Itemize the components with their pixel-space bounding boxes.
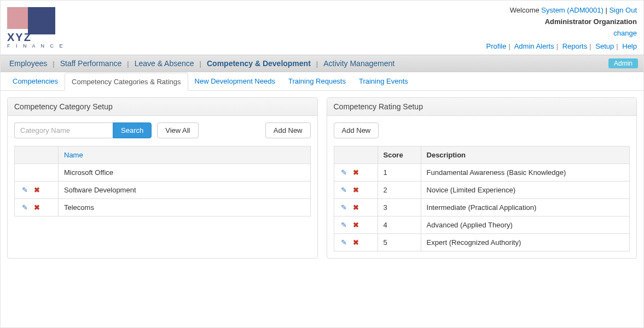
nav-staff-performance[interactable]: Staff Performance bbox=[57, 59, 125, 68]
score-cell: 1 bbox=[378, 164, 421, 181]
org-name: Administrator Organization bbox=[486, 16, 637, 28]
col-actions bbox=[334, 147, 378, 164]
rating-addnew-button[interactable]: Add New bbox=[334, 122, 379, 138]
table-row: ✎✖4Advanced (Applied Theory) bbox=[334, 216, 630, 234]
delete-icon[interactable]: ✖ bbox=[352, 203, 361, 212]
delete-icon[interactable]: ✖ bbox=[352, 221, 361, 229]
col-score: Score bbox=[378, 147, 421, 164]
setup-link[interactable]: Setup bbox=[595, 42, 614, 50]
edit-icon[interactable]: ✎ bbox=[340, 221, 349, 229]
description-cell: Novice (Limited Experience) bbox=[421, 181, 629, 199]
edit-icon[interactable]: ✎ bbox=[20, 186, 29, 194]
category-name-cell: Microsoft Office bbox=[59, 164, 311, 181]
table-row: ✎✖Telecoms bbox=[15, 199, 311, 216]
col-name[interactable]: Name bbox=[59, 147, 311, 164]
category-table: Name Microsoft Office✎✖Software Developm… bbox=[14, 146, 311, 216]
logo-text: XYZ bbox=[7, 31, 32, 44]
sub-nav: Competencies Competency Categories & Rat… bbox=[1, 72, 643, 91]
welcome-label: Welcome bbox=[510, 6, 539, 14]
logo-subtext: F I N A N C E bbox=[7, 43, 65, 49]
rating-panel: Competency Rating Setup Add New Score De… bbox=[327, 97, 637, 259]
table-row: ✎✖Software Development bbox=[15, 181, 311, 199]
header-right: Welcome System (ADM0001) | Sign Out Admi… bbox=[486, 5, 637, 52]
nav-competency-development[interactable]: Competency & Development bbox=[204, 59, 314, 68]
edit-icon[interactable]: ✎ bbox=[340, 168, 349, 177]
table-row: ✎✖5Expert (Recognized Authority) bbox=[334, 234, 630, 251]
logo: XYZ F I N A N C E bbox=[7, 5, 67, 49]
profile-link[interactable]: Profile bbox=[486, 42, 507, 50]
edit-icon[interactable]: ✎ bbox=[340, 203, 349, 212]
nav-employees[interactable]: Employees bbox=[6, 59, 50, 68]
main-nav-items: Employees| Staff Performance| Leave & Ab… bbox=[6, 59, 398, 68]
tab-training-requests[interactable]: Training Requests bbox=[282, 73, 352, 91]
category-toolbar: Search View All Add New bbox=[14, 122, 311, 138]
admin-alerts-link[interactable]: Admin Alerts bbox=[514, 42, 554, 50]
category-search-input[interactable] bbox=[14, 122, 113, 138]
admin-badge[interactable]: Admin bbox=[608, 58, 638, 68]
rating-table: Score Description ✎✖1Fundamental Awarene… bbox=[334, 146, 630, 251]
search-button[interactable]: Search bbox=[113, 122, 152, 138]
edit-icon[interactable]: ✎ bbox=[340, 186, 349, 194]
delete-icon[interactable]: ✖ bbox=[32, 186, 41, 194]
category-panel: Competency Category Setup Search View Al… bbox=[7, 97, 318, 259]
rating-toolbar: Add New bbox=[334, 122, 630, 138]
description-cell: Intermediate (Practical Application) bbox=[421, 199, 629, 216]
delete-icon[interactable]: ✖ bbox=[352, 168, 361, 177]
category-panel-title: Competency Category Setup bbox=[8, 98, 317, 116]
category-addnew-button[interactable]: Add New bbox=[265, 122, 311, 138]
tab-development-needs[interactable]: New Development Needs bbox=[188, 73, 282, 91]
score-cell: 2 bbox=[378, 181, 421, 199]
content: Competency Category Setup Search View Al… bbox=[1, 91, 643, 265]
signout-link[interactable]: Sign Out bbox=[609, 6, 637, 14]
delete-icon[interactable]: ✖ bbox=[32, 203, 41, 212]
table-row: ✎✖2Novice (Limited Experience) bbox=[334, 181, 630, 199]
table-row: ✎✖1Fundamental Awareness (Basic Knowledg… bbox=[334, 164, 630, 181]
tab-competencies[interactable]: Competencies bbox=[6, 73, 65, 91]
viewall-button[interactable]: View All bbox=[157, 122, 198, 138]
help-link[interactable]: Help bbox=[622, 42, 637, 50]
score-cell: 4 bbox=[378, 216, 421, 234]
nav-leave-absence[interactable]: Leave & Absence bbox=[131, 59, 198, 68]
edit-icon[interactable]: ✎ bbox=[20, 203, 29, 212]
score-cell: 5 bbox=[378, 234, 421, 251]
col-actions bbox=[15, 147, 59, 164]
rating-panel-title: Competency Rating Setup bbox=[327, 98, 637, 116]
category-name-cell: Software Development bbox=[59, 181, 311, 199]
description-cell: Expert (Recognized Authority) bbox=[421, 234, 629, 251]
delete-icon[interactable]: ✖ bbox=[352, 186, 361, 194]
header: XYZ F I N A N C E Welcome System (ADM000… bbox=[1, 1, 643, 52]
change-org-link[interactable]: change bbox=[613, 29, 637, 37]
user-link[interactable]: System (ADM0001) bbox=[541, 6, 603, 14]
description-cell: Advanced (Applied Theory) bbox=[421, 216, 629, 234]
logo-shape-blue bbox=[28, 7, 55, 34]
score-cell: 3 bbox=[378, 199, 421, 216]
main-nav: Employees| Staff Performance| Leave & Ab… bbox=[1, 55, 643, 72]
table-row: ✎✖3Intermediate (Practical Application) bbox=[334, 199, 630, 216]
col-description: Description bbox=[421, 147, 629, 164]
reports-link[interactable]: Reports bbox=[562, 42, 588, 50]
tab-categories-ratings[interactable]: Competency Categories & Ratings bbox=[65, 73, 188, 91]
table-row: Microsoft Office bbox=[15, 164, 311, 181]
edit-icon[interactable]: ✎ bbox=[340, 238, 349, 247]
tab-training-events[interactable]: Training Events bbox=[352, 73, 415, 91]
nav-activity-management[interactable]: Activity Management bbox=[320, 59, 398, 68]
description-cell: Fundamental Awareness (Basic Knowledge) bbox=[421, 164, 629, 181]
category-name-cell: Telecoms bbox=[59, 199, 311, 216]
header-links: Profile| Admin Alerts| Reports| Setup| H… bbox=[486, 41, 637, 52]
delete-icon[interactable]: ✖ bbox=[352, 238, 361, 247]
